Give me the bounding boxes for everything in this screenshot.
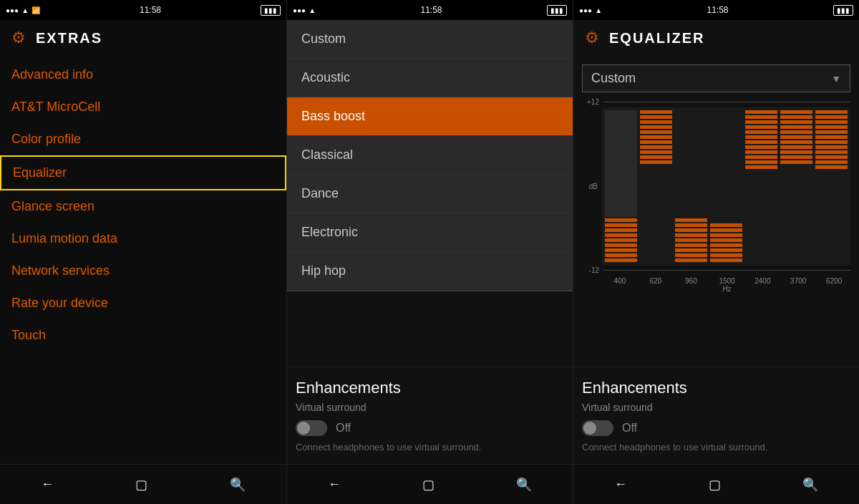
preset-selector-3[interactable]: Custom ▼ [582,64,850,92]
seg [780,115,812,119]
wifi-icon: ▲ [21,6,29,14]
seg [815,145,848,149]
bt-icon: 📶 [31,6,40,14]
bar-col-3-6 [780,110,812,262]
seg [605,248,637,252]
menu-item-lumia[interactable]: Lumia motion data [0,223,286,255]
back-button-2[interactable]: ← [314,471,355,498]
seg [745,145,777,149]
seg [640,130,672,134]
status-bar-1: ●●● ▲ 📶 11:58 ▮▮▮ [0,0,286,20]
enhancements-section-3: Enhancements Virtual surround Off Connec… [573,367,859,464]
search-button-1[interactable]: 🔍 [215,471,260,498]
hz-620-3: 620 [639,277,672,285]
hz-3700-3: 3700 [782,277,815,285]
seg [605,238,637,242]
seg [675,243,707,247]
nav-bar-3: ← ▢ 🔍 [573,464,859,504]
home-button-2[interactable]: ▢ [408,471,449,498]
dropdown-item-bass-boost[interactable]: Bass boost [287,97,573,136]
hz-400-3: 400 [603,277,636,285]
panel-extras: ●●● ▲ 📶 11:58 ▮▮▮ ⚙ EXTRAS Advanced info… [0,0,286,504]
y-bot-row-3: -12 [582,266,850,274]
home-button-1[interactable]: ▢ [121,471,162,498]
status-right-3: ▮▮▮ [833,5,853,16]
time-display-1: 11:58 [140,5,161,15]
seg-empty [605,110,637,217]
seg [745,120,777,124]
seg [745,115,777,119]
dropdown-item-electronic[interactable]: Electronic [287,213,573,252]
dropdown-item-hiphop[interactable]: Hip hop [287,252,573,291]
hz-labels-3: 400 620 960 1500 2400 3700 6200 [603,277,850,285]
seg [780,140,812,144]
search-button-3[interactable]: 🔍 [788,471,833,498]
seg [605,228,637,232]
seg [675,248,707,252]
enhancements-title-3: Enhancements [582,379,850,397]
seg [710,258,742,262]
seg [745,110,777,114]
enhancements-note-3: Connect headphones to use virtual surrou… [582,442,850,452]
dropdown-item-custom[interactable]: Custom [287,20,573,59]
seg [780,145,812,149]
y-top-row-3: +12 [582,98,850,106]
bar-col-3-2 [640,110,672,262]
back-button-1[interactable]: ← [26,471,68,498]
menu-item-network[interactable]: Network services [0,255,286,287]
seg [815,125,848,129]
db-mid-label-3: dB [582,107,602,265]
seg [745,130,777,134]
nav-bar-2: ← ▢ 🔍 [287,464,573,504]
time-display-3: 11:58 [707,5,729,15]
seg [745,160,777,164]
hz-1500-3: 1500 [711,277,744,285]
seg [745,125,777,129]
home-button-3[interactable]: ▢ [694,471,735,498]
menu-item-color-profile[interactable]: Color profile [0,123,286,155]
menu-item-touch[interactable]: Touch [0,319,286,352]
virtual-surround-toggle-3[interactable] [582,420,613,436]
chevron-down-icon-3: ▼ [831,73,841,84]
seg [640,160,672,164]
status-right-2: ▮▮▮ [547,5,567,16]
dropdown-item-classical[interactable]: Classical [287,136,573,175]
toggle-row-3: Off [582,420,850,436]
preset-dropdown[interactable]: Custom Acoustic Bass boost Classical Dan… [287,20,573,291]
dropdown-item-acoustic[interactable]: Acoustic [287,59,573,97]
seg [605,258,637,262]
menu-list: Advanced info AT&T MicroCell Color profi… [0,56,286,464]
panel-title-3: EQUALIZER [609,30,705,47]
seg [745,155,777,159]
y-top-label-3: +12 [582,98,599,106]
gear-icon-3: ⚙ [585,29,599,47]
seg [745,150,777,154]
menu-item-equalizer[interactable]: Equalizer [0,155,286,190]
seg [815,120,848,124]
dropdown-item-dance[interactable]: Dance [287,175,573,213]
seg [640,150,672,154]
status-bar-3: ●●● ▲ 11:58 ▮▮▮ [573,0,859,20]
seg [780,155,812,159]
seg [780,160,812,164]
nav-bar-1: ← ▢ 🔍 [0,464,286,504]
back-button-3[interactable]: ← [600,471,641,498]
menu-item-advanced-info[interactable]: Advanced info [0,59,286,91]
menu-item-glance[interactable]: Glance screen [0,190,286,223]
menu-item-att[interactable]: AT&T MicroCell [0,91,286,123]
seg [675,233,707,237]
menu-item-rate[interactable]: Rate your device [0,287,286,319]
virtual-surround-toggle-2[interactable] [296,420,327,436]
seg [710,228,742,232]
bars-container-3 [602,107,850,265]
search-button-2[interactable]: 🔍 [502,471,546,498]
seg [675,238,707,242]
enhancements-subtitle-3: Virtual surround [582,402,850,413]
seg [710,253,742,257]
seg [815,165,848,169]
seg [710,223,742,227]
seg [745,135,777,139]
toggle-label-2: Off [336,422,351,435]
seg [605,218,637,222]
panel-header-1: ⚙ EXTRAS [0,20,286,56]
